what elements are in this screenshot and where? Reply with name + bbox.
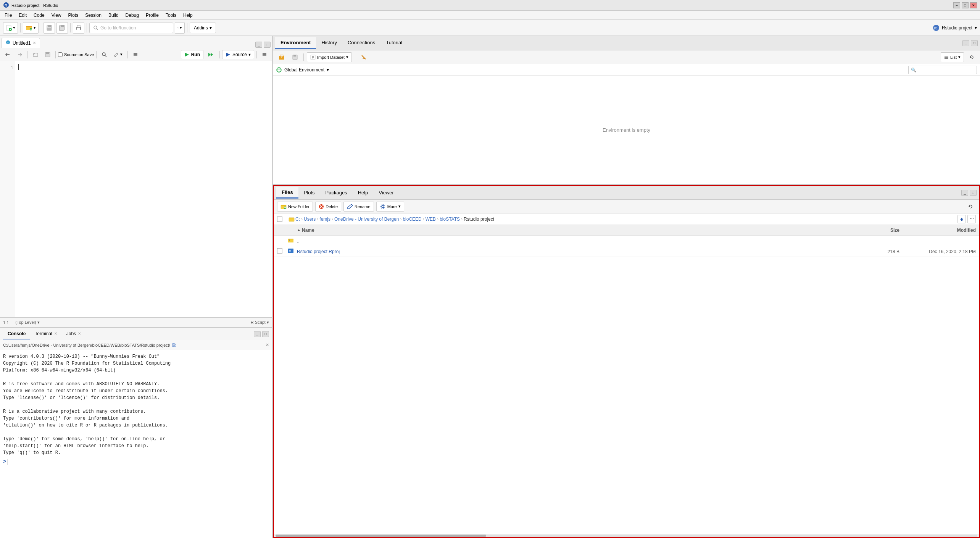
env-search-input[interactable] (908, 66, 977, 74)
context-level[interactable]: (Top Level) ▾ (15, 320, 39, 325)
header-name[interactable]: Name (297, 228, 869, 233)
forward-button[interactable] (15, 50, 25, 59)
scroll-thumb[interactable] (276, 535, 486, 537)
editor-tab-close[interactable]: ✕ (33, 41, 36, 45)
file-name[interactable]: Rstudio project.Rproj (297, 249, 869, 254)
console-maximize-button[interactable]: □ (262, 331, 269, 337)
editor-tab-untitled1[interactable]: R Untitled1 ✕ (2, 38, 40, 48)
global-env-selector[interactable]: Global Environment (284, 67, 324, 73)
list-view-button[interactable]: List ▾ (941, 52, 964, 62)
env-tab-environment[interactable]: Environment (275, 37, 316, 49)
env-minimize-button[interactable]: _ (962, 40, 969, 46)
console-clear-icon[interactable]: ✕ (266, 343, 269, 347)
run-button[interactable]: Run (181, 50, 203, 59)
addins-button[interactable]: Addins ▾ (190, 23, 216, 33)
files-minimize-button[interactable]: _ (961, 190, 968, 196)
scroll-track[interactable] (276, 535, 977, 537)
files-tab-plots[interactable]: Plots (298, 187, 320, 199)
console-tab-terminal[interactable]: Terminal ✕ (30, 329, 61, 339)
file-checkbox[interactable] (277, 248, 288, 255)
files-tab-help[interactable]: Help (353, 187, 374, 199)
breadcrumb-web[interactable]: WEB (426, 216, 436, 222)
editor-options-button[interactable] (259, 50, 270, 59)
menu-debug[interactable]: Debug (122, 12, 142, 19)
re-run-button[interactable] (205, 50, 217, 59)
console-tab-jobs[interactable]: Jobs ✕ (62, 329, 85, 339)
env-clear-button[interactable] (358, 52, 370, 62)
breadcrumb-upload-button[interactable] (957, 215, 966, 223)
editor-minimize-button[interactable]: _ (255, 42, 262, 48)
global-env-arrow[interactable]: ▾ (327, 67, 329, 73)
breadcrumb-biostats[interactable]: bioSTATS (440, 216, 460, 222)
menu-profile[interactable]: Profile (143, 12, 162, 19)
gear-icon (380, 204, 386, 209)
breadcrumb-select-all[interactable] (277, 216, 282, 222)
menu-help[interactable]: Help (180, 12, 196, 19)
console-minimize-button[interactable]: _ (254, 331, 261, 337)
new-folder-button[interactable]: New Folder (277, 202, 313, 212)
editor-maximize-button[interactable]: □ (264, 42, 271, 48)
menu-view[interactable]: View (48, 12, 64, 19)
menu-file[interactable]: File (2, 12, 15, 19)
files-row-back[interactable]: .. (274, 236, 979, 246)
files-maximize-button[interactable]: □ (970, 190, 977, 196)
import-dataset-button[interactable]: Import Dataset ▾ (307, 52, 352, 62)
table-row[interactable]: R Rstudio project.Rproj 218 B Dec 16, 20… (274, 246, 979, 257)
code-area[interactable] (15, 61, 272, 317)
delete-button[interactable]: Delete (315, 202, 341, 212)
save-all-button[interactable] (56, 22, 68, 34)
jobs-tab-close[interactable]: ✕ (78, 331, 81, 336)
env-tab-tutorial[interactable]: Tutorial (380, 37, 408, 49)
env-tab-connections[interactable]: Connections (342, 37, 380, 49)
maximize-button[interactable]: □ (962, 2, 969, 8)
menu-build[interactable]: Build (105, 12, 122, 19)
minimize-button[interactable]: – (953, 2, 960, 8)
breadcrumb-femjs[interactable]: femjs (319, 216, 330, 222)
breadcrumb-users[interactable]: Users (304, 216, 316, 222)
files-scrollbar[interactable] (274, 534, 979, 537)
menu-tools[interactable]: Tools (163, 12, 179, 19)
file-type[interactable]: R Script ▾ (251, 320, 269, 325)
terminal-tab-close[interactable]: ✕ (54, 331, 57, 336)
files-tab-viewer[interactable]: Viewer (373, 187, 399, 199)
env-refresh-button[interactable] (966, 52, 977, 62)
list-content-button[interactable] (130, 50, 141, 59)
open-file-button[interactable] (30, 50, 41, 59)
breadcrumb-more-button[interactable]: ⋯ (967, 215, 976, 223)
source-on-save-checkbox[interactable] (58, 52, 63, 57)
console-path: C:/Users/femjs/OneDrive - University of … (0, 340, 272, 350)
files-tab-files[interactable]: Files (276, 187, 298, 199)
back-button[interactable] (2, 50, 13, 59)
breadcrumb-onedrive[interactable]: OneDrive - University of Bergen (334, 216, 399, 222)
console-tab-console[interactable]: Console (3, 329, 30, 339)
menu-code[interactable]: Code (31, 12, 48, 19)
close-button[interactable]: ✕ (970, 2, 977, 8)
edit-code-button[interactable]: ▾ (111, 50, 125, 59)
open-project-button[interactable]: R ▾ (23, 22, 39, 34)
console-content[interactable]: R version 4.0.3 (2020-10-10) -- "Bunny-W… (0, 350, 272, 538)
find-replace-button[interactable]: ▾ (175, 22, 185, 34)
menu-plots[interactable]: Plots (65, 12, 82, 19)
find-in-editor-button[interactable] (99, 50, 110, 59)
breadcrumb-bioceed[interactable]: bioCEED (403, 216, 421, 222)
save-editor-button[interactable] (42, 50, 53, 59)
print-button[interactable] (73, 22, 84, 34)
menu-edit[interactable]: Edit (16, 12, 30, 19)
files-refresh-button[interactable] (965, 202, 976, 212)
save-button[interactable] (44, 22, 55, 34)
new-file-button[interactable]: + ▾ (3, 22, 18, 34)
source-button[interactable]: Source ▾ (222, 50, 254, 59)
env-save-button[interactable] (290, 52, 300, 62)
env-maximize-button[interactable]: □ (971, 40, 978, 46)
env-tab-history[interactable]: History (316, 37, 342, 49)
window-title: Rstudio project - RStudio (11, 3, 58, 8)
source-on-save-label[interactable]: Source on Save (58, 52, 94, 57)
rename-button[interactable]: Rename (343, 202, 374, 212)
more-button[interactable]: More ▾ (376, 202, 404, 212)
goto-field[interactable]: Go to file/function (89, 23, 173, 33)
breadcrumb-c[interactable]: C: (295, 216, 300, 222)
menu-session[interactable]: Session (82, 12, 105, 19)
more-arrow: ▾ (398, 204, 401, 209)
env-load-button[interactable] (276, 52, 287, 62)
files-tab-packages[interactable]: Packages (320, 187, 353, 199)
